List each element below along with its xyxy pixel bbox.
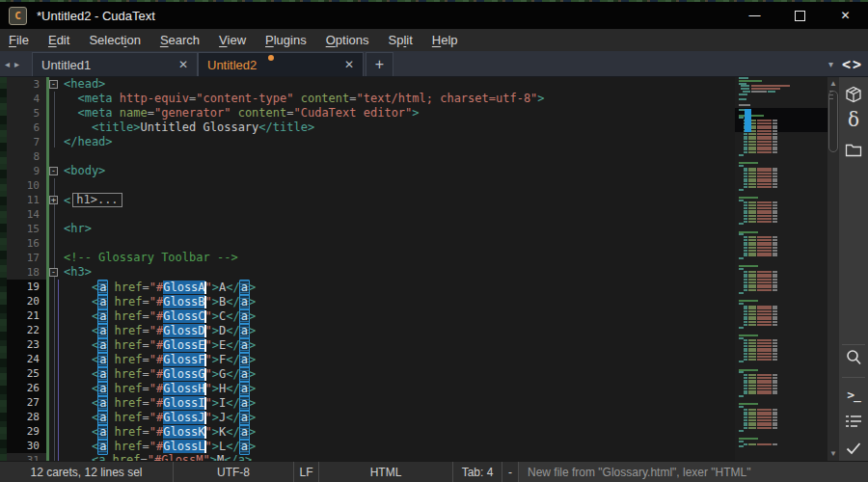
status-encoding[interactable]: UTF-8 xyxy=(174,462,294,482)
code-editor[interactable]: 3<head>4 <meta http-equiv="content-type"… xyxy=(7,77,728,461)
code-line[interactable]: 31 <a href="#GlossM">M</a> xyxy=(7,453,728,461)
code-line[interactable]: 10 xyxy=(7,178,728,193)
line-number[interactable]: 20 xyxy=(7,294,46,308)
line-number[interactable]: 17 xyxy=(7,251,46,265)
line-number[interactable]: 22 xyxy=(7,323,46,337)
menu-file[interactable]: File xyxy=(0,33,39,47)
line-number[interactable]: 28 xyxy=(7,410,46,424)
code-line[interactable]: 5 <meta name="generator" content="CudaTe… xyxy=(7,106,728,120)
title-bar[interactable]: C *Untitled2 - CudaText — ✕ xyxy=(0,2,868,29)
code-line[interactable]: 29 <a href="#GlossK">K</a> xyxy=(7,424,728,439)
line-number[interactable]: 11 xyxy=(7,193,46,207)
fold-collapse-icon[interactable]: - xyxy=(49,80,58,89)
status-caret-info[interactable]: 12 carets, 12 lines sel xyxy=(0,462,174,482)
menu-view[interactable]: View xyxy=(209,33,256,47)
project-folder-icon[interactable] xyxy=(839,141,868,162)
tab-scroll-right-icon[interactable]: ▸ xyxy=(14,59,19,69)
minimize-button[interactable]: — xyxy=(732,2,777,29)
code-line[interactable]: 18<h3> xyxy=(7,265,728,280)
tab-untitled2[interactable]: Untitled2 ✕ xyxy=(198,52,364,76)
code-line[interactable]: 7</head> xyxy=(7,135,728,149)
line-number[interactable]: 15 xyxy=(7,222,46,236)
status-tab-size[interactable]: Tab: 4 xyxy=(453,462,502,482)
addons-package-icon[interactable] xyxy=(839,85,868,108)
line-number[interactable]: 24 xyxy=(7,352,46,366)
code-line[interactable]: 23 <a href="#GlossE">E</a> xyxy=(7,337,728,352)
minimap[interactable] xyxy=(735,77,827,461)
menu-search[interactable]: Search xyxy=(150,33,209,47)
menu-help[interactable]: Help xyxy=(422,33,468,47)
snippets-delta-icon[interactable]: δ xyxy=(839,108,868,131)
scrollbar-thumb[interactable] xyxy=(828,91,838,152)
code-line[interactable]: 16 xyxy=(7,236,728,251)
code-line[interactable]: 6 <title>Untitled Glossary</title> xyxy=(7,120,728,135)
fold-expand-icon[interactable]: + xyxy=(49,196,58,204)
code-line[interactable]: 25 <a href="#GlossG">G</a> xyxy=(7,366,728,381)
line-number[interactable]: 23 xyxy=(7,337,46,352)
menu-split[interactable]: Split xyxy=(379,33,422,47)
maximize-button[interactable] xyxy=(777,2,823,29)
code-line[interactable]: 8 xyxy=(7,149,728,164)
status-line-ends[interactable]: LF xyxy=(294,462,319,482)
tab-scroll-left-icon[interactable]: ◂ xyxy=(5,59,10,69)
editor-area: 3<head>4 <meta http-equiv="content-type"… xyxy=(0,77,868,461)
line-number[interactable]: 30 xyxy=(7,439,46,453)
tab-close-icon[interactable]: ✕ xyxy=(344,58,354,71)
code-line[interactable]: 9<body> xyxy=(7,164,728,178)
line-number[interactable]: 18 xyxy=(7,265,46,280)
console-icon[interactable]: >_ xyxy=(839,388,868,402)
line-number[interactable]: 3 xyxy=(7,77,46,92)
line-number[interactable]: 19 xyxy=(7,280,46,294)
status-wrap[interactable]: - xyxy=(502,462,519,482)
fold-collapse-icon[interactable]: - xyxy=(49,167,58,175)
line-number[interactable]: 4 xyxy=(7,92,46,106)
scroll-down-icon[interactable]: ▼ xyxy=(827,448,839,460)
vertical-scrollbar[interactable]: ▲ ▼ xyxy=(827,77,839,461)
line-number[interactable]: 10 xyxy=(7,178,46,193)
line-number[interactable]: 9 xyxy=(7,164,46,178)
search-icon[interactable] xyxy=(839,348,868,371)
line-number[interactable]: 14 xyxy=(7,207,46,222)
line-number[interactable]: 29 xyxy=(7,424,46,439)
line-number[interactable]: 21 xyxy=(7,308,46,323)
code-line[interactable]: 3<head> xyxy=(7,77,728,92)
line-number[interactable]: 16 xyxy=(7,236,46,251)
line-number[interactable]: 27 xyxy=(7,395,46,410)
line-number[interactable]: 8 xyxy=(7,149,46,164)
code-line[interactable]: 19 <a href="#GlossA">A</a> xyxy=(7,280,728,294)
menu-selection[interactable]: Selection xyxy=(79,33,150,47)
line-number[interactable]: 6 xyxy=(7,120,46,135)
validate-check-icon[interactable] xyxy=(839,440,868,461)
menu-plugins[interactable]: Plugins xyxy=(256,33,316,47)
code-line[interactable]: 17<!-- Glossary Toolbar --> xyxy=(7,251,728,265)
code-line[interactable]: 21 <a href="#GlossC">C</a> xyxy=(7,308,728,323)
code-line[interactable]: 27 <a href="#GlossI">I</a> xyxy=(7,395,728,410)
line-number[interactable]: 7 xyxy=(7,135,46,149)
code-line[interactable]: 28 <a href="#GlossJ">J</a> xyxy=(7,410,728,424)
code-tree-toggle-icon[interactable]: <> xyxy=(842,56,863,73)
status-lexer[interactable]: HTML xyxy=(319,462,453,482)
line-number[interactable]: 5 xyxy=(7,106,46,120)
menu-edit[interactable]: Edit xyxy=(39,33,79,47)
tab-untitled1[interactable]: Untitled1 ✕ xyxy=(32,52,198,76)
line-number[interactable]: 31 xyxy=(7,453,46,461)
code-line[interactable]: 15<hr> xyxy=(7,222,728,236)
output-list-icon[interactable] xyxy=(839,414,868,433)
fold-collapse-icon[interactable]: - xyxy=(49,268,58,277)
scroll-up-icon[interactable]: ▲ xyxy=(827,78,839,90)
new-tab-button[interactable]: + xyxy=(366,52,393,76)
close-button[interactable]: ✕ xyxy=(823,2,868,29)
line-number[interactable]: 26 xyxy=(7,381,46,395)
code-line[interactable]: 30 <a href="#GlossL">L</a> xyxy=(7,439,728,453)
code-line[interactable]: 24 <a href="#GlossF">F</a> xyxy=(7,352,728,366)
code-line[interactable]: 11<h1>... xyxy=(7,193,728,207)
tab-close-icon[interactable]: ✕ xyxy=(178,58,188,71)
tab-list-dropdown-icon[interactable]: ▾ xyxy=(828,59,833,69)
code-line[interactable]: 22 <a href="#GlossD">D</a> xyxy=(7,323,728,337)
code-line[interactable]: 14 xyxy=(7,207,728,222)
code-line[interactable]: 4 <meta http-equiv="content-type" conten… xyxy=(7,92,728,106)
code-line[interactable]: 26 <a href="#GlossH">H</a> xyxy=(7,381,728,395)
code-line[interactable]: 20 <a href="#GlossB">B</a> xyxy=(7,294,728,308)
menu-options[interactable]: Options xyxy=(316,33,379,47)
line-number[interactable]: 25 xyxy=(7,366,46,381)
